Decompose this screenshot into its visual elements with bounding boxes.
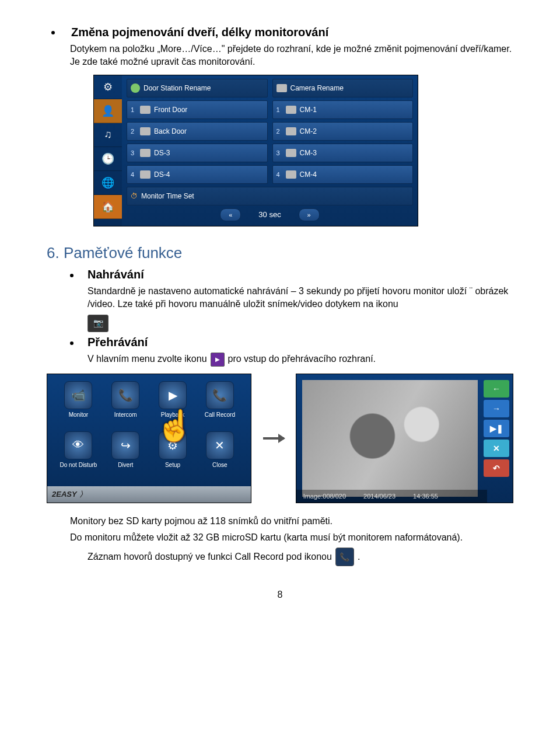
main-menu-item-call-record[interactable]: 📞Call Record bbox=[198, 381, 242, 428]
door-row-3[interactable]: 3DS-3 bbox=[127, 144, 268, 162]
sidebar-person-icon[interactable]: 👤 bbox=[94, 99, 122, 123]
camera-icon bbox=[88, 315, 108, 332]
door-2-label: Back Door bbox=[154, 127, 187, 135]
cam-3-label: CM-3 bbox=[300, 149, 317, 157]
main-menu-item-monitor[interactable]: 📹Monitor bbox=[57, 381, 100, 428]
playback-image-counter: Image:008/020 bbox=[303, 493, 346, 500]
camera-row-4[interactable]: 4CM-4 bbox=[272, 165, 414, 184]
prehravani-paragraph: V hlavním menu zvolte ikonu pro vstup do… bbox=[88, 353, 513, 367]
monitor-time-set[interactable]: ⏱ Monitor Time Set bbox=[127, 187, 413, 205]
camera-row-2[interactable]: 2CM-2 bbox=[272, 122, 414, 141]
menu-item-label: Close bbox=[212, 462, 228, 468]
door-row-1[interactable]: 1Front Door bbox=[127, 100, 268, 119]
cam-icon bbox=[286, 149, 296, 157]
sidebar-globe-icon[interactable]: 🌐 bbox=[94, 171, 122, 195]
main-menu-item-intercom[interactable]: 📞Intercom bbox=[104, 381, 148, 428]
menu-playback-icon: ▶ bbox=[159, 381, 187, 409]
playback-icon bbox=[211, 353, 225, 367]
sub-prehravani: Přehrávání bbox=[88, 336, 148, 349]
playback-date: 2014/06/23 bbox=[363, 493, 396, 500]
settings-sidebar: ⚙ 👤 ♫ 🕒 🌐 🏠 bbox=[94, 75, 122, 226]
menu-call-record-icon: 📞 bbox=[206, 381, 234, 409]
menu-setup-icon: ⚙ bbox=[159, 431, 187, 459]
main-menu-item-close[interactable]: ✕Close bbox=[198, 431, 242, 478]
menu-intercom-icon: 📞 bbox=[111, 381, 139, 409]
menu-item-label: Do not Disturb bbox=[60, 462, 97, 468]
section1-title: Změna pojmenování dveří, délky monitorov… bbox=[71, 26, 328, 39]
time-value: 30 sec bbox=[258, 210, 281, 219]
cam-1-label: CM-1 bbox=[300, 106, 317, 114]
camera-row-1[interactable]: 1CM-1 bbox=[272, 100, 414, 119]
main-menu-item-playback[interactable]: ▶Playback bbox=[151, 381, 195, 428]
arrow-right-icon bbox=[263, 437, 284, 440]
nahravani-text: Standardně je nastaveno automatické nahr… bbox=[88, 285, 513, 311]
camera-rename-label: Camera Rename bbox=[290, 84, 344, 92]
menu-item-label: Intercom bbox=[114, 412, 137, 418]
bullet-icon bbox=[51, 31, 55, 34]
playback-time: 14:36:55 bbox=[413, 493, 438, 500]
page-number: 8 bbox=[47, 590, 513, 600]
menu-monitor-icon: 📹 bbox=[64, 381, 92, 409]
sub-nahravani: Nahrávání bbox=[88, 268, 144, 281]
footer-para3-before: Záznam hovorů dostupný ve funkci Call Re… bbox=[88, 550, 332, 563]
playback-screenshot: ←→▶❚✕↶ Image:008/020 2014/06/23 14:36:55 bbox=[296, 374, 513, 503]
main-menu-item-setup[interactable]: ⚙Setup bbox=[151, 431, 195, 478]
brand-label: 2EASY bbox=[52, 490, 77, 498]
main-menu-screenshot: 📹Monitor📞Intercom▶Playback📞Call Record👁D… bbox=[47, 374, 251, 503]
menu-item-label: Monitor bbox=[69, 412, 88, 418]
back-button[interactable]: ↶ bbox=[484, 459, 509, 477]
menu-close-icon: ✕ bbox=[206, 431, 234, 459]
next-button[interactable]: → bbox=[484, 400, 509, 417]
prehravani-after: pro vstup do přehrávacího rozhraní. bbox=[228, 353, 376, 365]
menu-do-not-disturb-icon: 👁 bbox=[64, 431, 92, 459]
footer-para-1: Monitory bez SD karty pojmou až 118 sním… bbox=[70, 515, 513, 528]
section1-paragraph: Dotykem na položku „More…/Více…" přejdet… bbox=[70, 43, 513, 69]
menu-item-label: Divert bbox=[118, 462, 133, 468]
nahravani-paragraph: Standardně je nastaveno automatické nahr… bbox=[88, 285, 513, 332]
camera-row-3[interactable]: 3CM-3 bbox=[272, 144, 414, 162]
main-menu-item-do-not-disturb[interactable]: 👁Do not Disturb bbox=[57, 431, 100, 478]
door-1-label: Front Door bbox=[154, 106, 187, 114]
time-decrease-button[interactable]: « bbox=[220, 208, 241, 221]
door-icon bbox=[140, 127, 150, 135]
prehravani-before: V hlavním menu zvolte ikonu bbox=[88, 353, 207, 365]
camera-mini-icon bbox=[276, 84, 287, 92]
play-pause-button[interactable]: ▶❚ bbox=[484, 420, 509, 437]
door-icon bbox=[140, 149, 150, 157]
cam-2-label: CM-2 bbox=[300, 127, 317, 135]
call-record-icon bbox=[335, 548, 354, 566]
sidebar-home-icon[interactable]: 🏠 bbox=[94, 195, 122, 219]
cam-icon bbox=[286, 170, 296, 179]
bullet-icon bbox=[70, 341, 74, 345]
monitor-time-label: Monitor Time Set bbox=[141, 192, 194, 200]
door-3-label: DS-3 bbox=[154, 149, 170, 157]
person-icon bbox=[131, 83, 140, 93]
menu-item-label: Call Record bbox=[205, 412, 235, 418]
sidebar-music-icon[interactable]: ♫ bbox=[94, 123, 122, 147]
door-row-4[interactable]: 4DS-4 bbox=[127, 165, 268, 184]
door-rename-header: Door Station Rename bbox=[127, 79, 268, 97]
door-icon bbox=[140, 106, 150, 114]
cam-icon bbox=[286, 127, 296, 135]
door-icon bbox=[140, 170, 150, 179]
menu-item-label: Setup bbox=[165, 462, 180, 468]
time-increase-button[interactable]: » bbox=[299, 208, 320, 221]
footer-para-3: Záznam hovorů dostupný ve funkci Call Re… bbox=[88, 548, 513, 566]
main-menu-item-divert[interactable]: ↪Divert bbox=[104, 431, 148, 478]
main-menu-footer: 2EASY 〉 bbox=[47, 486, 251, 503]
delete-button[interactable]: ✕ bbox=[484, 440, 509, 457]
settings-screenshot: ⚙ 👤 ♫ 🕒 🌐 🏠 Door Station Rename Camera R… bbox=[93, 75, 418, 226]
section2-title: 6. Paměťové funkce bbox=[47, 244, 513, 262]
sidebar-clock-icon[interactable]: 🕒 bbox=[94, 147, 122, 171]
menu-item-label: Playback bbox=[161, 412, 185, 418]
door-4-label: DS-4 bbox=[154, 170, 170, 179]
cam-icon bbox=[286, 106, 296, 114]
footer-para-2: Do monitoru můžete vložit až 32 GB micro… bbox=[70, 531, 513, 544]
cam-4-label: CM-4 bbox=[300, 170, 317, 179]
sidebar-gear-icon[interactable]: ⚙ bbox=[94, 75, 122, 99]
prev-button[interactable]: ← bbox=[484, 380, 509, 398]
camera-rename-header: Camera Rename bbox=[272, 79, 414, 97]
footer-para3-after: . bbox=[358, 550, 360, 563]
playback-image bbox=[302, 380, 478, 497]
door-row-2[interactable]: 2Back Door bbox=[127, 122, 268, 141]
